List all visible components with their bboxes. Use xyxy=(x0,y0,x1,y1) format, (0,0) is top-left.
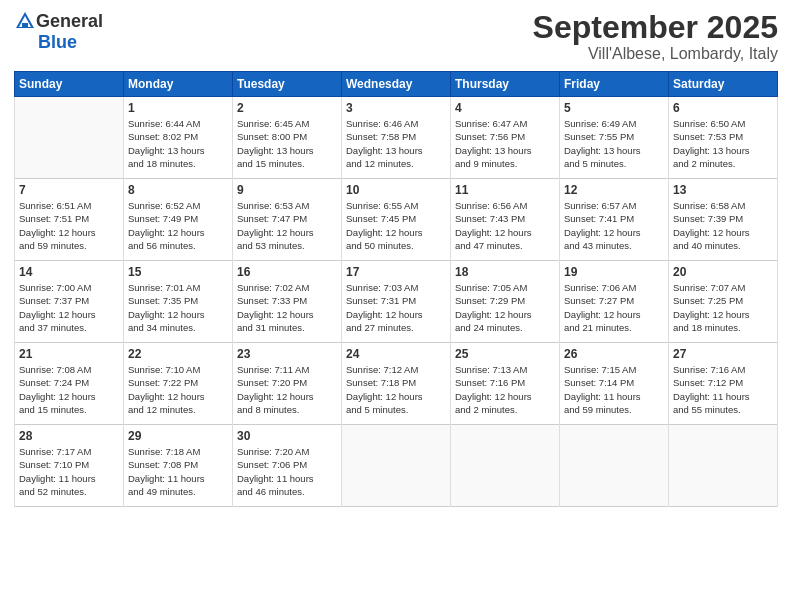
day-number: 30 xyxy=(237,429,337,443)
day-number: 3 xyxy=(346,101,446,115)
day-number: 9 xyxy=(237,183,337,197)
day-cell: 7Sunrise: 6:51 AM Sunset: 7:51 PM Daylig… xyxy=(15,179,124,261)
week-row-2: 7Sunrise: 6:51 AM Sunset: 7:51 PM Daylig… xyxy=(15,179,778,261)
logo-icon xyxy=(14,10,36,32)
day-detail: Sunrise: 7:03 AM Sunset: 7:31 PM Dayligh… xyxy=(346,281,446,334)
day-cell: 27Sunrise: 7:16 AM Sunset: 7:12 PM Dayli… xyxy=(669,343,778,425)
header: General Blue September 2025 Vill'Albese,… xyxy=(14,10,778,63)
day-cell xyxy=(15,97,124,179)
day-cell: 6Sunrise: 6:50 AM Sunset: 7:53 PM Daylig… xyxy=(669,97,778,179)
day-number: 12 xyxy=(564,183,664,197)
day-number: 26 xyxy=(564,347,664,361)
day-detail: Sunrise: 6:51 AM Sunset: 7:51 PM Dayligh… xyxy=(19,199,119,252)
day-cell: 20Sunrise: 7:07 AM Sunset: 7:25 PM Dayli… xyxy=(669,261,778,343)
svg-rect-2 xyxy=(22,23,28,27)
day-detail: Sunrise: 7:17 AM Sunset: 7:10 PM Dayligh… xyxy=(19,445,119,498)
week-row-1: 1Sunrise: 6:44 AM Sunset: 8:02 PM Daylig… xyxy=(15,97,778,179)
col-header-monday: Monday xyxy=(124,72,233,97)
day-number: 16 xyxy=(237,265,337,279)
day-detail: Sunrise: 7:11 AM Sunset: 7:20 PM Dayligh… xyxy=(237,363,337,416)
day-number: 10 xyxy=(346,183,446,197)
day-detail: Sunrise: 6:47 AM Sunset: 7:56 PM Dayligh… xyxy=(455,117,555,170)
day-cell: 30Sunrise: 7:20 AM Sunset: 7:06 PM Dayli… xyxy=(233,425,342,507)
day-number: 19 xyxy=(564,265,664,279)
day-detail: Sunrise: 6:46 AM Sunset: 7:58 PM Dayligh… xyxy=(346,117,446,170)
day-detail: Sunrise: 6:58 AM Sunset: 7:39 PM Dayligh… xyxy=(673,199,773,252)
day-cell: 5Sunrise: 6:49 AM Sunset: 7:55 PM Daylig… xyxy=(560,97,669,179)
day-number: 1 xyxy=(128,101,228,115)
day-detail: Sunrise: 6:53 AM Sunset: 7:47 PM Dayligh… xyxy=(237,199,337,252)
day-number: 28 xyxy=(19,429,119,443)
day-cell: 10Sunrise: 6:55 AM Sunset: 7:45 PM Dayli… xyxy=(342,179,451,261)
day-detail: Sunrise: 6:44 AM Sunset: 8:02 PM Dayligh… xyxy=(128,117,228,170)
calendar-table: SundayMondayTuesdayWednesdayThursdayFrid… xyxy=(14,71,778,507)
day-number: 27 xyxy=(673,347,773,361)
logo-general: General xyxy=(36,11,103,32)
day-cell: 1Sunrise: 6:44 AM Sunset: 8:02 PM Daylig… xyxy=(124,97,233,179)
page-subtitle: Vill'Albese, Lombardy, Italy xyxy=(533,45,778,63)
page-title: September 2025 xyxy=(533,10,778,45)
day-cell: 29Sunrise: 7:18 AM Sunset: 7:08 PM Dayli… xyxy=(124,425,233,507)
day-detail: Sunrise: 7:10 AM Sunset: 7:22 PM Dayligh… xyxy=(128,363,228,416)
day-cell: 24Sunrise: 7:12 AM Sunset: 7:18 PM Dayli… xyxy=(342,343,451,425)
week-row-5: 28Sunrise: 7:17 AM Sunset: 7:10 PM Dayli… xyxy=(15,425,778,507)
day-number: 17 xyxy=(346,265,446,279)
day-detail: Sunrise: 6:55 AM Sunset: 7:45 PM Dayligh… xyxy=(346,199,446,252)
week-row-3: 14Sunrise: 7:00 AM Sunset: 7:37 PM Dayli… xyxy=(15,261,778,343)
col-header-tuesday: Tuesday xyxy=(233,72,342,97)
col-header-wednesday: Wednesday xyxy=(342,72,451,97)
day-number: 7 xyxy=(19,183,119,197)
day-detail: Sunrise: 7:07 AM Sunset: 7:25 PM Dayligh… xyxy=(673,281,773,334)
day-number: 25 xyxy=(455,347,555,361)
day-cell: 2Sunrise: 6:45 AM Sunset: 8:00 PM Daylig… xyxy=(233,97,342,179)
day-detail: Sunrise: 7:08 AM Sunset: 7:24 PM Dayligh… xyxy=(19,363,119,416)
day-detail: Sunrise: 6:45 AM Sunset: 8:00 PM Dayligh… xyxy=(237,117,337,170)
day-number: 20 xyxy=(673,265,773,279)
col-header-thursday: Thursday xyxy=(451,72,560,97)
week-row-4: 21Sunrise: 7:08 AM Sunset: 7:24 PM Dayli… xyxy=(15,343,778,425)
day-cell: 22Sunrise: 7:10 AM Sunset: 7:22 PM Dayli… xyxy=(124,343,233,425)
day-number: 8 xyxy=(128,183,228,197)
day-cell: 23Sunrise: 7:11 AM Sunset: 7:20 PM Dayli… xyxy=(233,343,342,425)
col-header-saturday: Saturday xyxy=(669,72,778,97)
day-detail: Sunrise: 7:05 AM Sunset: 7:29 PM Dayligh… xyxy=(455,281,555,334)
day-cell: 11Sunrise: 6:56 AM Sunset: 7:43 PM Dayli… xyxy=(451,179,560,261)
day-number: 5 xyxy=(564,101,664,115)
day-cell: 4Sunrise: 6:47 AM Sunset: 7:56 PM Daylig… xyxy=(451,97,560,179)
day-detail: Sunrise: 7:12 AM Sunset: 7:18 PM Dayligh… xyxy=(346,363,446,416)
day-number: 24 xyxy=(346,347,446,361)
day-detail: Sunrise: 6:52 AM Sunset: 7:49 PM Dayligh… xyxy=(128,199,228,252)
day-detail: Sunrise: 7:00 AM Sunset: 7:37 PM Dayligh… xyxy=(19,281,119,334)
day-cell: 8Sunrise: 6:52 AM Sunset: 7:49 PM Daylig… xyxy=(124,179,233,261)
title-block: September 2025 Vill'Albese, Lombardy, It… xyxy=(533,10,778,63)
day-detail: Sunrise: 6:57 AM Sunset: 7:41 PM Dayligh… xyxy=(564,199,664,252)
day-number: 6 xyxy=(673,101,773,115)
day-number: 13 xyxy=(673,183,773,197)
day-number: 15 xyxy=(128,265,228,279)
day-detail: Sunrise: 7:15 AM Sunset: 7:14 PM Dayligh… xyxy=(564,363,664,416)
day-cell xyxy=(669,425,778,507)
day-cell xyxy=(451,425,560,507)
header-row: SundayMondayTuesdayWednesdayThursdayFrid… xyxy=(15,72,778,97)
day-number: 18 xyxy=(455,265,555,279)
day-cell: 9Sunrise: 6:53 AM Sunset: 7:47 PM Daylig… xyxy=(233,179,342,261)
day-cell: 21Sunrise: 7:08 AM Sunset: 7:24 PM Dayli… xyxy=(15,343,124,425)
day-cell: 28Sunrise: 7:17 AM Sunset: 7:10 PM Dayli… xyxy=(15,425,124,507)
day-cell: 16Sunrise: 7:02 AM Sunset: 7:33 PM Dayli… xyxy=(233,261,342,343)
day-cell: 14Sunrise: 7:00 AM Sunset: 7:37 PM Dayli… xyxy=(15,261,124,343)
logo-blue: Blue xyxy=(38,32,77,53)
day-detail: Sunrise: 7:13 AM Sunset: 7:16 PM Dayligh… xyxy=(455,363,555,416)
day-detail: Sunrise: 7:18 AM Sunset: 7:08 PM Dayligh… xyxy=(128,445,228,498)
day-number: 29 xyxy=(128,429,228,443)
day-number: 21 xyxy=(19,347,119,361)
day-detail: Sunrise: 6:49 AM Sunset: 7:55 PM Dayligh… xyxy=(564,117,664,170)
day-detail: Sunrise: 7:16 AM Sunset: 7:12 PM Dayligh… xyxy=(673,363,773,416)
day-cell: 25Sunrise: 7:13 AM Sunset: 7:16 PM Dayli… xyxy=(451,343,560,425)
day-cell: 19Sunrise: 7:06 AM Sunset: 7:27 PM Dayli… xyxy=(560,261,669,343)
day-cell: 12Sunrise: 6:57 AM Sunset: 7:41 PM Dayli… xyxy=(560,179,669,261)
day-number: 4 xyxy=(455,101,555,115)
page-container: General Blue September 2025 Vill'Albese,… xyxy=(0,0,792,517)
day-cell: 13Sunrise: 6:58 AM Sunset: 7:39 PM Dayli… xyxy=(669,179,778,261)
day-cell: 18Sunrise: 7:05 AM Sunset: 7:29 PM Dayli… xyxy=(451,261,560,343)
day-detail: Sunrise: 7:01 AM Sunset: 7:35 PM Dayligh… xyxy=(128,281,228,334)
